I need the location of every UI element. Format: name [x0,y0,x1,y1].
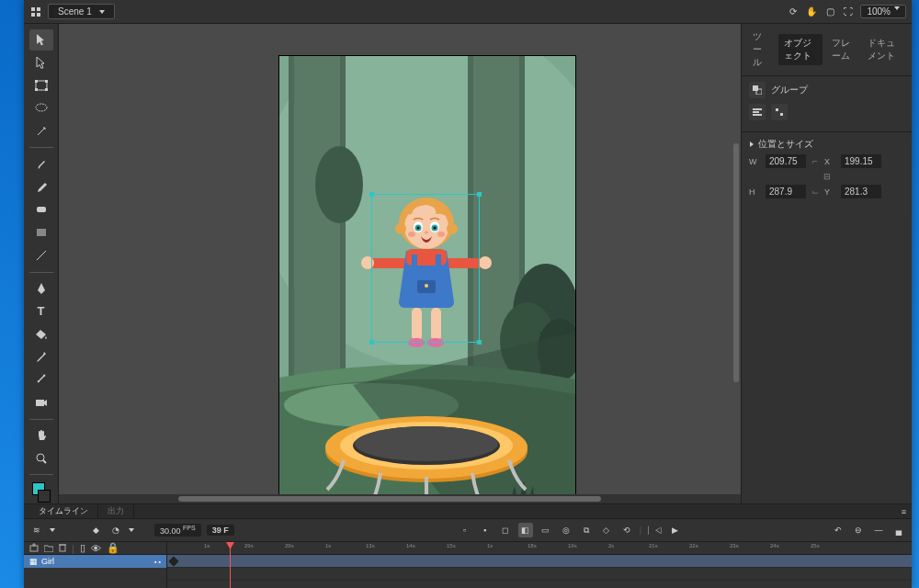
new-layer-icon[interactable] [29,543,39,554]
timeline-tracks[interactable]: 1s 29s 29s 1s 13s 14s 15s 1s 18s 19s 2s … [167,542,912,588]
fps-display[interactable]: 30.00 FPS [154,524,201,537]
tab-tools[interactable]: ツール [747,28,775,72]
layer-lock-icon[interactable]: 🔒 [107,542,119,554]
insert-keyframe-icon[interactable]: ▪ [478,523,493,537]
tool-wand[interactable] [29,120,53,141]
insert-blank-keyframe-icon[interactable]: ◻ [498,523,513,537]
tab-timeline[interactable]: タイムライン [29,503,98,519]
orientation-icon[interactable]: ⟳ [787,6,800,18]
width-input[interactable] [766,154,806,168]
svg-rect-34 [412,254,417,269]
tool-subselect[interactable] [29,52,53,74]
marker-icon[interactable]: ◇ [599,523,614,537]
tool-eraser[interactable] [29,199,53,220]
playhead[interactable] [230,542,231,588]
layer-visibility-icon[interactable]: 👁 [91,543,101,554]
auto-keyframe-icon[interactable]: ◧ [518,523,533,537]
layer-name: Girl [41,557,54,566]
timeline-controls: ≋ ◆ ◔ 30.00 FPS 39 F ▫ ▪ ◻ ◧ ▭ ◎ ⧉ ◇ ⟲ |… [24,519,912,541]
properties-panel: ツール オブジェクト フレーム ドキュメント グループ 位置とサイズ W [741,24,912,503]
tab-frame[interactable]: フレーム [826,34,859,65]
tool-line[interactable] [29,245,53,266]
zoom-timeline-icon[interactable]: — [871,523,886,537]
svg-rect-6 [37,207,46,212]
tool-text[interactable]: T [29,300,53,322]
svg-rect-39 [431,308,441,341]
onion-outlines-icon[interactable]: ◎ [559,523,573,537]
keyframe-icon[interactable]: ◆ [88,523,103,537]
tool-eyedropper[interactable] [29,346,53,368]
color-swatches[interactable] [32,482,51,503]
tool-hand[interactable] [29,425,53,447]
tool-pencil[interactable] [29,176,53,198]
layer-row[interactable] [24,568,166,581]
group-label: グループ [771,84,808,96]
tool-zoom[interactable] [29,447,53,469]
tool-free-transform[interactable] [29,75,53,96]
play-icon[interactable]: ▶ [667,523,682,537]
chevron-down-icon[interactable] [750,141,754,147]
redo-icon[interactable]: ⊖ [851,523,866,537]
layers-icon[interactable]: ≋ [29,523,44,537]
tool-rect[interactable] [29,222,53,243]
insert-frame-icon[interactable]: ▫ [458,523,472,537]
camera-layer-icon[interactable]: ▯ [80,542,85,554]
fill-color[interactable] [38,490,51,503]
align-icon[interactable] [749,104,766,120]
chevron-down-icon[interactable] [129,528,134,532]
canvas-viewport[interactable] [59,24,741,494]
layer-row[interactable]: ▦ Girl ▪ ▪ [24,555,166,568]
panel-menu-icon[interactable]: ≡ [902,507,906,516]
frame-ruler[interactable]: 1s 29s 29s 1s 13s 14s 15s 1s 18s 19s 2s … [167,542,912,555]
tab-document[interactable]: ドキュメント [862,34,906,65]
fit-icon[interactable]: ▢ [823,6,836,18]
layer-list: | ▯ 👁 🔒 ▦ Girl ▪ ▪ [24,542,167,588]
tab-object[interactable]: オブジェクト [778,34,823,65]
canvas-area [59,24,741,503]
vertical-scrollbar[interactable] [732,24,741,494]
tool-select[interactable] [29,29,53,51]
tool-pen[interactable] [29,278,53,300]
height-input[interactable] [766,185,806,198]
chevron-down-icon[interactable] [50,528,55,532]
timeline-menu-icon[interactable]: ▄ [891,523,906,537]
separator [29,474,53,475]
artboard[interactable] [279,56,575,494]
y-input[interactable] [841,185,881,198]
y-label: Y [824,187,835,197]
frame-display[interactable]: 39 F [207,525,234,536]
tab-output[interactable]: 出力 [98,503,134,519]
svg-rect-3 [35,88,38,91]
svg-point-10 [37,454,44,461]
onion-skin-icon[interactable]: ◔ [108,523,123,537]
layer-options-icon[interactable]: ▪ ▪ [154,559,161,565]
edit-multiple-icon[interactable]: ⧉ [579,523,594,537]
delete-layer-icon[interactable] [59,543,66,554]
break-apart-icon[interactable] [771,104,788,120]
svg-point-51 [434,227,437,230]
track-row[interactable] [167,568,912,581]
tool-paint-bucket[interactable] [29,323,53,345]
tool-bone[interactable] [29,369,53,390]
track-row[interactable] [167,555,912,568]
new-folder-icon[interactable] [44,543,53,554]
tool-lasso[interactable] [29,98,53,119]
app-menu-icon[interactable] [29,6,42,18]
fullscreen-icon[interactable]: ⛶ [842,6,855,18]
layer-toolbar: | ▯ 👁 🔒 [24,542,166,555]
x-input[interactable] [841,154,881,168]
svg-point-53 [437,232,445,237]
tool-brush[interactable] [29,153,53,175]
link-icon[interactable]: ⊟ [823,172,831,181]
horizontal-scrollbar[interactable] [59,494,741,503]
zoom-selector[interactable]: 100% [860,5,906,18]
first-frame-icon[interactable]: ⎸◁ [647,523,662,537]
undo-icon[interactable]: ↶ [831,523,845,537]
scene-selector[interactable]: Scene 1 [48,4,115,19]
tool-camera[interactable] [29,392,53,413]
hand-icon[interactable]: ✋ [805,6,818,18]
svg-rect-15 [294,56,340,396]
loop-icon[interactable]: ⟲ [619,523,634,537]
remove-frame-icon[interactable]: ▭ [539,523,553,537]
svg-rect-1 [35,80,38,83]
